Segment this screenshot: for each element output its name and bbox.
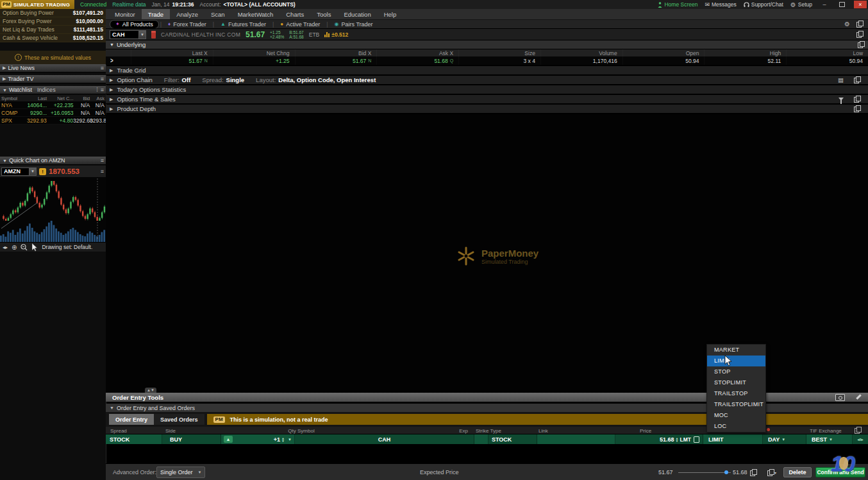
watchlist-tab-indices[interactable]: Indices: [37, 87, 56, 93]
underlying-values-row[interactable]: > 51.67N+1.2551.67N51.68Q3 x 41,170,4165…: [106, 56, 868, 65]
underlying-section-header[interactable]: ▼ Underlying: [106, 40, 868, 49]
drawing-set-label[interactable]: Drawing set: Default.: [42, 244, 92, 250]
menu-tab-tools[interactable]: Tools: [310, 9, 337, 19]
sort-icon[interactable]: ⁞: [96, 87, 98, 93]
expander-icon[interactable]: >: [110, 56, 113, 65]
underlying-col-net-chng[interactable]: Net Chng: [213, 49, 295, 56]
underlying-col-low[interactable]: Low: [786, 49, 868, 56]
copy-order-icon[interactable]: [750, 464, 756, 480]
symbol-input[interactable]: CAH ▼: [110, 30, 146, 39]
options-statistics-section[interactable]: ▶ Today's Options Statistics: [106, 85, 868, 94]
watchlist-col-bid[interactable]: Bid: [74, 96, 90, 101]
order-type-option-trailstoplimit[interactable]: TRAILSTOPLIMIT: [707, 399, 765, 410]
option-chain-section[interactable]: ▶ Option Chain Filter: Off Spread: Singl…: [106, 76, 868, 85]
detach-panel-icon[interactable]: [856, 21, 863, 28]
zoom-out-icon[interactable]: [21, 244, 28, 251]
slider-dot[interactable]: [724, 470, 728, 474]
price-spinner[interactable]: ▲▼: [676, 437, 679, 442]
quick-chart-symbol-input[interactable]: AMZN ▼: [1, 167, 37, 176]
detach-panel-icon[interactable]: [854, 76, 860, 84]
menu-tab-analyze[interactable]: Analyze: [170, 9, 204, 19]
detach-panel-icon[interactable]: [854, 105, 860, 113]
subtab-forex-trader[interactable]: ♦Forex Trader: [163, 21, 212, 28]
menu-tab-scan[interactable]: Scan: [204, 9, 231, 19]
layout-grid-icon[interactable]: ▤: [838, 76, 844, 83]
edit-icon[interactable]: [855, 394, 862, 400]
order-exp-cell[interactable]: [474, 434, 488, 444]
menu-tab-marketwatch[interactable]: MarketWatch: [231, 9, 280, 19]
menu-tab-education[interactable]: Education: [337, 9, 377, 19]
tab-order-entry[interactable]: Order Entry: [109, 414, 154, 425]
trader-tv-header[interactable]: ▶ Trader TV ≡: [0, 75, 106, 83]
watchlist-row-spx[interactable]: SPX3292.93+4.803292.603293.87: [0, 117, 106, 124]
underlying-col-ask-x[interactable]: Ask X: [376, 49, 458, 56]
order-type-option-stoplimit[interactable]: STOPLIMIT: [707, 377, 765, 388]
order-tif-cell[interactable]: DAY ▼: [763, 434, 806, 444]
home-screen-button[interactable]: Home Screen: [658, 1, 697, 8]
order-link-cell[interactable]: [537, 434, 615, 444]
order-strike-type-cell[interactable]: STOCK: [488, 434, 537, 444]
menu-icon[interactable]: ≡: [101, 168, 103, 175]
options-time-sales-section[interactable]: ▶ Options Time & Sales: [106, 95, 868, 104]
menu-tab-charts[interactable]: Charts: [280, 9, 310, 19]
watchlist-row-nya[interactable]: NYA14064...+22.235N/AN/A: [0, 101, 106, 109]
snapshot-icon[interactable]: [835, 394, 845, 401]
qty-spinner[interactable]: ▲▼: [281, 437, 285, 442]
detach-panel-icon[interactable]: [856, 31, 868, 39]
quick-chart-header[interactable]: ▼ Quick Chart on AMZN ≡: [0, 157, 106, 165]
delete-button[interactable]: Delete: [783, 467, 812, 477]
watchlist-col-symbol[interactable]: Symbol: [1, 96, 23, 101]
copy-row-icon[interactable]: [855, 427, 861, 434]
chevron-down-icon[interactable]: ▼: [288, 438, 292, 441]
watchlist-col-last[interactable]: Last: [23, 96, 47, 101]
menu-icon[interactable]: ≡: [101, 157, 103, 164]
order-qty-cell[interactable]: ▲ +1 ▲▼ ▼: [221, 434, 295, 444]
product-depth-section[interactable]: ▶ Product Depth: [106, 105, 868, 114]
watchlist-header[interactable]: ▼ Watchlist Indices ⁞ ≡: [0, 86, 106, 94]
panel-collapse-handle[interactable]: ▲▼: [145, 388, 156, 393]
chevron-down-icon[interactable]: ▼: [29, 167, 37, 176]
menu-icon[interactable]: ≡: [101, 65, 103, 71]
tab-saved-orders[interactable]: Saved Orders: [154, 414, 204, 425]
order-spread-cell[interactable]: STOCK: [106, 434, 162, 444]
settings-gear-icon[interactable]: ⚙: [844, 21, 850, 28]
underlying-col-last-x[interactable]: Last X: [131, 49, 213, 56]
underlying-col-high[interactable]: High: [704, 49, 786, 56]
watchlist-col-net-c-[interactable]: Net C...: [47, 96, 73, 101]
close-button[interactable]: ×: [854, 1, 867, 8]
shares-flag-icon[interactable]: [151, 31, 156, 39]
watchlist-row-comp[interactable]: COMP9290...+16.0953N/AN/A: [0, 109, 106, 117]
cursor-icon[interactable]: [31, 243, 38, 252]
subtab-active-trader[interactable]: ●Active Trader: [275, 21, 325, 28]
pan-left-icon[interactable]: ◂▸: [3, 244, 8, 250]
restore-button[interactable]: [837, 1, 847, 8]
order-type-option-market[interactable]: MARKET: [707, 345, 765, 356]
underlying-col-volume[interactable]: Volume: [540, 49, 622, 56]
setup-button[interactable]: ⚙ Setup: [790, 1, 812, 8]
subtab-all-products[interactable]: ✦All Products: [110, 20, 159, 29]
order-type-option-trailstop[interactable]: TRAILSTOP: [707, 388, 765, 399]
detach-panel-icon[interactable]: [854, 96, 860, 103]
order-type-option-stop[interactable]: STOP: [707, 366, 765, 377]
live-news-header[interactable]: ▶ Live News ≡: [0, 64, 106, 73]
watchlist-col-ask[interactable]: Ask: [90, 96, 104, 101]
trade-grid-section[interactable]: ▶ Trade Grid: [106, 66, 868, 75]
detach-panel-icon[interactable]: [858, 41, 864, 49]
chevron-down-icon[interactable]: ▼: [139, 30, 146, 39]
order-symbol-cell[interactable]: CAH: [295, 434, 474, 444]
menu-icon[interactable]: ≡: [101, 87, 103, 93]
subtab-futures-trader[interactable]: ▲Futures Trader: [215, 21, 271, 28]
order-side-cell[interactable]: BUY: [162, 434, 221, 444]
support-chat-button[interactable]: Support/Chat: [744, 1, 783, 8]
menu-tab-monitor[interactable]: Monitor: [108, 9, 142, 19]
underlying-col-open[interactable]: Open: [622, 49, 705, 56]
menu-tab-help[interactable]: Help: [378, 9, 403, 19]
confirm-and-send-button[interactable]: Confirm and Send: [815, 467, 865, 477]
crosshair-icon[interactable]: ⊕: [12, 244, 17, 251]
underlying-col-size[interactable]: Size: [458, 49, 540, 56]
underlying-col-bid-x[interactable]: Bid X: [295, 49, 377, 56]
layout-value[interactable]: Delta, Option Code, Open Interest: [278, 76, 376, 83]
save-order-icon[interactable]: ▾: [767, 464, 776, 480]
order-row-controls[interactable]: ◂‖▸: [853, 434, 868, 444]
spread-value[interactable]: Single: [226, 76, 245, 83]
